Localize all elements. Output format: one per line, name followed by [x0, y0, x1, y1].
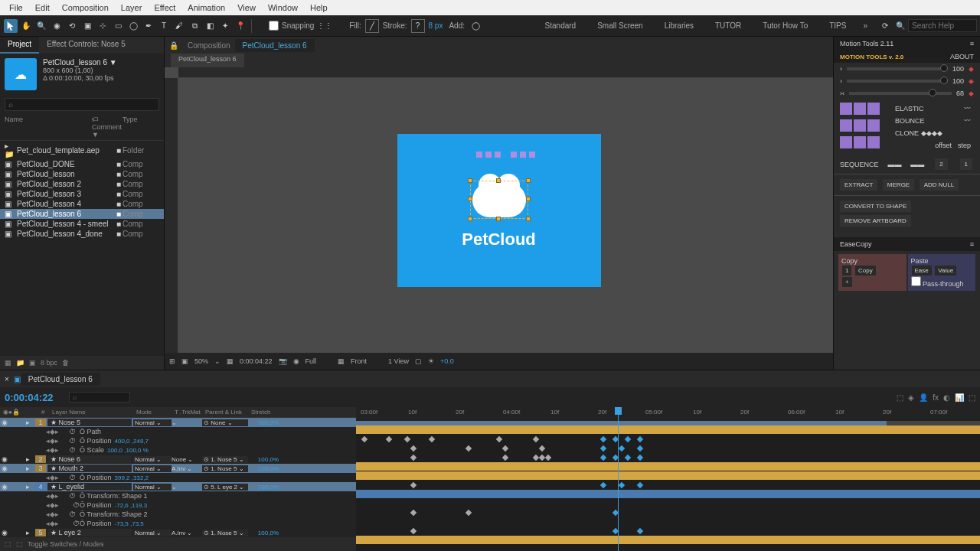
project-item[interactable]: ▸📁Pet_cloud_template.aep■Folder [0, 141, 164, 159]
composition-canvas[interactable]: PetCloud [397, 134, 601, 287]
current-time[interactable]: 0:00:04:22 [5, 392, 54, 403]
timeline-track[interactable] [356, 517, 980, 527]
timeline-track[interactable] [356, 508, 980, 517]
slider-3-kf[interactable]: ◆ [969, 90, 974, 97]
remove-artboard-button[interactable]: REMOVE ARTBOARD [840, 215, 911, 227]
tl-mb-icon[interactable]: ◐ [943, 393, 950, 402]
layer-property[interactable]: ◂◆▸⏱Ŏ Position400,0 ,248,7 [0, 436, 356, 445]
anchor-grid[interactable] [834, 99, 886, 155]
tl-footer-2[interactable]: ⬚ [16, 540, 23, 548]
comp-tab[interactable]: PetCloud_lesson 6 [235, 39, 315, 52]
seq-val-1[interactable]: 2 [935, 158, 947, 170]
menu-window[interactable]: Window [262, 3, 304, 12]
playhead[interactable] [618, 407, 619, 551]
layer-property[interactable]: ◂◆▸⏱Ŏ Path [0, 427, 356, 436]
eraser-tool[interactable]: ◧ [203, 19, 217, 33]
timeline-track[interactable] [356, 536, 980, 545]
tl-icon-1[interactable]: ⬚ [897, 393, 903, 402]
col-name[interactable]: Name [5, 116, 92, 139]
text-tool[interactable]: T [157, 19, 171, 33]
vf-mask-icon[interactable]: ▣ [181, 357, 188, 365]
convert-button[interactable]: CONVERT TO SHAPE [840, 201, 911, 212]
comp-thumbnail[interactable]: ☁ [5, 58, 37, 90]
vf-exposure-val[interactable]: +0.0 [440, 357, 454, 365]
layer-row[interactable]: ◉▸1★ Nose 5Normal ⌄ ⌄⊙ None ⌄100,0% [0, 418, 356, 427]
vf-res-icon[interactable]: ▦ [227, 357, 234, 365]
copy-slot-1[interactable]: 1 [842, 266, 851, 276]
menu-edit[interactable]: Edit [29, 3, 56, 12]
puppet-tool[interactable]: 📍 [234, 19, 247, 33]
tl-graph-icon[interactable]: 📊 [955, 393, 964, 402]
vf-3d-icon[interactable]: ▢ [415, 357, 422, 365]
seq-icon-1[interactable]: ▬▬ [887, 161, 901, 168]
ws-tips[interactable]: TIPS [829, 21, 846, 30]
layer-row[interactable]: ◉▸5★ L eye 2Normal ⌄A.Inv ⌄⊙ 1. Nose 5 ⌄… [0, 528, 356, 537]
add-label[interactable]: Add: [449, 21, 465, 30]
roto-tool[interactable]: ✦ [218, 19, 232, 33]
col-layername[interactable]: Layer Name [52, 409, 136, 416]
folder-icon[interactable]: 📁 [16, 359, 24, 367]
seq-icon-2[interactable]: ▬▬ [910, 161, 924, 168]
col-comment[interactable]: 🏷 Comment ▼ [92, 116, 122, 139]
motion-tools-tab[interactable]: Motion Tools 2.11 [840, 40, 893, 47]
col-trkmat[interactable]: T .TrkMat [175, 409, 205, 416]
timeline-track[interactable] [356, 490, 980, 499]
passthrough-checkbox[interactable] [911, 276, 921, 286]
col-type[interactable]: Type [122, 116, 159, 139]
sync-icon[interactable]: ⟳ [878, 19, 892, 33]
timeline-tracks[interactable]: 03:00f10f20f04:00f10f20f05:00f10f20f06:0… [356, 407, 980, 551]
tab-project[interactable]: Project [0, 37, 39, 54]
tl-fx-icon[interactable]: fx [933, 393, 939, 402]
ws-small[interactable]: Small Screen [597, 21, 642, 30]
composition-viewer[interactable]: PetCloud [165, 67, 833, 353]
rotate-tool[interactable]: ⟲ [65, 19, 79, 33]
vf-grid-icon[interactable]: ⊞ [169, 357, 175, 365]
menu-help[interactable]: Help [304, 3, 334, 12]
easecopy-tab[interactable]: EaseCopy [840, 240, 872, 248]
menu-file[interactable]: File [3, 3, 29, 12]
comp-subtab[interactable]: PetCloud_lesson 6 [171, 54, 244, 67]
menu-composition[interactable]: Composition [56, 3, 115, 12]
layer-row[interactable]: ◉▸4★ L_eyelidNormal ⌄ ⌄⊙ 5. L eye 2 ⌄100… [0, 482, 356, 491]
seq-val-2[interactable]: 1 [960, 158, 972, 170]
stroke-swatch[interactable]: ? [411, 19, 425, 33]
vf-viewmode[interactable]: Front [351, 357, 367, 365]
snapping-checkbox[interactable] [269, 21, 279, 31]
project-item[interactable]: ▣PetCloud_lesson■Comp [0, 169, 164, 179]
slider-3[interactable] [849, 92, 952, 95]
bounce-label[interactable]: BOUNCE [895, 117, 925, 125]
new-comp-icon[interactable]: ▣ [29, 359, 36, 367]
col-parent[interactable]: Parent & Link [205, 409, 251, 416]
project-item[interactable]: ▣PetCloud_lesson 4■Comp [0, 199, 164, 209]
merge-button[interactable]: MERGE [883, 179, 914, 191]
trash-icon[interactable]: 🗑 [62, 359, 69, 367]
timeline-track[interactable] [356, 462, 980, 471]
slider-1[interactable] [847, 67, 948, 70]
menu-animation[interactable]: Animation [181, 3, 231, 12]
orbit-tool[interactable]: ◉ [50, 19, 64, 33]
add-dropdown-icon[interactable]: ◯ [469, 19, 482, 33]
ws-tutor[interactable]: TUTOR [715, 21, 741, 30]
layer-row[interactable]: ◉▸2★ Nose 6Normal ⌄None ⌄⊙ 1. Nose 5 ⌄10… [0, 455, 356, 464]
project-item[interactable]: ▣PetCloud_lesson 6■Comp [0, 209, 164, 219]
timeline-track[interactable] [356, 471, 980, 481]
ws-more[interactable]: » [863, 21, 867, 30]
layer-property[interactable]: ◂◆▸⏱Ŏ Scale100,0 ,100,0 % [0, 445, 356, 455]
project-search[interactable] [5, 98, 159, 111]
copy-button[interactable]: Copy [855, 266, 876, 276]
vf-views[interactable]: 1 View [388, 357, 409, 365]
layer-property[interactable]: ◂◆▸⏱Ŏ Position399,2 ,332,2 [0, 473, 356, 482]
anchor-tool[interactable]: ⊹ [96, 19, 109, 33]
vf-time[interactable]: 0:00:04:22 [240, 357, 273, 365]
menu-view[interactable]: View [231, 3, 262, 12]
toggle-switches[interactable]: Toggle Switches / Modes [28, 540, 104, 548]
clone-tool[interactable]: ⧉ [188, 19, 201, 33]
panel-menu-icon[interactable]: ≡ [970, 40, 974, 47]
copy-add[interactable]: + [842, 277, 852, 287]
slider-1-val[interactable]: 100 [952, 65, 964, 73]
elastic-label[interactable]: ELASTIC [895, 105, 924, 112]
timeline-track[interactable] [356, 425, 980, 435]
ease-button[interactable]: Ease [912, 266, 932, 276]
snap-opt-icon[interactable]: ⋮⋮ [318, 19, 332, 33]
layer-property[interactable]: ◂◆▸ ⏱Ŏ Position-72,6 ,119,3 [0, 500, 356, 510]
